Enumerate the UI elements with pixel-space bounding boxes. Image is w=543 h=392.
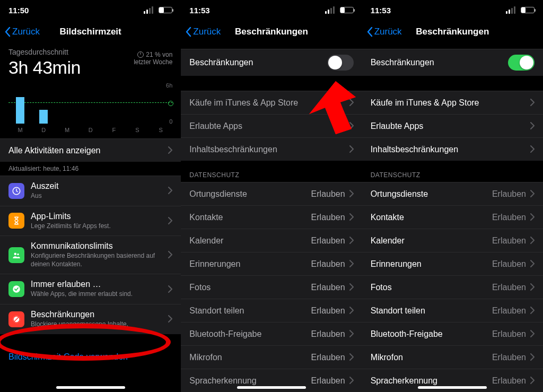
nav-header: Zurück Beschränkungen — [181, 20, 362, 43]
chevron-right-icon — [530, 143, 535, 155]
bar-tue — [39, 110, 48, 124]
chevron-right-icon — [349, 258, 354, 270]
row-allowed-apps[interactable]: Erlaubte Apps — [181, 114, 362, 137]
hourglass-icon — [8, 213, 24, 229]
signal-icon — [506, 6, 515, 14]
status-time: 11:50 — [8, 6, 29, 15]
nav-header: Zurück Beschränkungen — [362, 20, 543, 43]
chevron-right-icon — [349, 328, 354, 340]
section-privacy: Datenschutz — [181, 161, 362, 182]
row-communication-limits[interactable]: Kommunikationslimits Konfiguriere Beschr… — [0, 236, 181, 274]
row-calendar[interactable]: KalenderErlauben — [362, 229, 543, 252]
delta-box: 21 % von letzter Woche — [134, 51, 172, 66]
row-bluetooth-sharing[interactable]: Bluetooth-FreigabeErlauben — [362, 322, 543, 345]
chevron-right-icon — [168, 185, 172, 197]
row-itunes-purchases[interactable]: Käufe im iTunes & App Store — [181, 91, 362, 114]
status-bar: 11:53 — [362, 0, 543, 20]
chevron-right-icon — [530, 304, 535, 317]
chevron-right-icon — [530, 97, 535, 109]
row-share-location[interactable]: Standort teilenErlauben — [362, 299, 543, 322]
all-activities-row[interactable]: Alle Aktivitäten anzeigen — [0, 138, 181, 162]
row-share-location[interactable]: Standort teilenErlauben — [181, 299, 362, 322]
home-indicator[interactable] — [56, 386, 125, 389]
chevron-right-icon — [349, 304, 354, 317]
row-content-restrictions[interactable]: Inhaltsbeschränkungen — [181, 137, 362, 161]
checkmark-icon — [8, 281, 24, 297]
screen-restrictions-off: 11:53 Zurück Beschränkungen Beschränkung… — [181, 0, 362, 392]
chevron-left-icon — [4, 27, 11, 37]
status-time: 11:53 — [371, 6, 391, 15]
row-contacts[interactable]: KontakteErlauben — [181, 205, 362, 229]
row-reminders[interactable]: ErinnerungenErlauben — [362, 252, 543, 275]
chevron-right-icon — [168, 144, 172, 156]
restrictions-toggle[interactable] — [327, 55, 354, 71]
back-label: Zurück — [374, 27, 402, 37]
screen-restrictions-on: 11:53 Zurück Beschränkungen Beschränkung… — [362, 0, 543, 392]
chevron-right-icon — [530, 234, 535, 247]
chevron-right-icon — [349, 188, 354, 200]
usage-chart[interactable]: 6h 0 MDMDFSS — [8, 83, 172, 133]
row-photos[interactable]: FotosErlauben — [181, 275, 362, 299]
chevron-right-icon — [530, 188, 535, 200]
chevron-left-icon — [366, 27, 373, 37]
row-microphone[interactable]: MikrofonErlauben — [362, 345, 543, 369]
home-indicator[interactable] — [418, 386, 487, 389]
clock-icon — [137, 51, 144, 58]
chevron-right-icon — [349, 234, 354, 247]
chevron-left-icon — [185, 27, 191, 37]
signal-icon — [144, 6, 153, 14]
chevron-right-icon — [349, 120, 354, 132]
x-axis: MDMDFSS — [8, 127, 172, 133]
row-calendar[interactable]: KalenderErlauben — [181, 229, 362, 252]
use-code-link[interactable]: Bildschirmzeit-Code verwenden — [0, 345, 181, 369]
chevron-right-icon — [168, 283, 172, 295]
row-always-allowed[interactable]: Immer erlauben … Wähle Apps, die immer e… — [0, 274, 181, 304]
row-location-services[interactable]: OrtungsdiensteErlauben — [181, 182, 362, 205]
row-content-restrictions[interactable]: Inhaltsbeschränkungen — [362, 137, 543, 161]
back-button[interactable]: Zurück — [366, 27, 402, 37]
row-location-services[interactable]: OrtungsdiensteErlauben — [362, 182, 543, 205]
bar-mon — [16, 97, 24, 124]
chevron-right-icon — [530, 120, 535, 132]
restrictions-toggle[interactable] — [508, 55, 535, 71]
updated-label: Aktualisiert: heute, 11:46 — [0, 162, 181, 176]
chevron-right-icon — [349, 143, 354, 155]
row-auszeit[interactable]: Auszeit Aus — [0, 176, 181, 206]
chevron-right-icon — [349, 211, 354, 223]
chevron-right-icon — [349, 351, 354, 363]
chevron-right-icon — [349, 281, 354, 293]
svg-point-2 — [17, 254, 19, 255]
battery-icon — [159, 7, 172, 13]
back-label: Zurück — [193, 27, 221, 37]
nav-header: Zurück Bildschirmzeit — [0, 20, 181, 43]
row-reminders[interactable]: ErinnerungenErlauben — [181, 252, 362, 275]
status-bar: 11:53 — [181, 0, 362, 20]
no-entry-icon — [8, 311, 24, 327]
back-label: Zurück — [12, 27, 40, 37]
signal-icon — [325, 6, 335, 14]
chevron-right-icon — [168, 313, 172, 325]
battery-icon — [521, 7, 535, 13]
back-button[interactable]: Zurück — [185, 27, 221, 37]
row-itunes-purchases[interactable]: Käufe im iTunes & App Store — [362, 91, 543, 114]
row-microphone[interactable]: MikrofonErlauben — [181, 345, 362, 369]
chevron-right-icon — [168, 215, 172, 227]
row-bluetooth-sharing[interactable]: Bluetooth-FreigabeErlauben — [181, 322, 362, 345]
status-time: 11:53 — [189, 6, 209, 15]
row-photos[interactable]: FotosErlauben — [362, 275, 543, 299]
restrictions-toggle-row[interactable]: Beschränkungen — [362, 49, 543, 76]
chevron-right-icon — [168, 249, 172, 261]
status-bar: 11:50 — [0, 0, 181, 20]
screen-bildschirmzeit: 11:50 Zurück Bildschirmzeit Tagesdurchsc… — [0, 0, 181, 392]
chevron-right-icon — [349, 97, 354, 109]
back-button[interactable]: Zurück — [4, 27, 40, 37]
home-indicator[interactable] — [237, 386, 306, 389]
chevron-right-icon — [530, 258, 535, 270]
row-contacts[interactable]: KontakteErlauben — [362, 205, 543, 229]
chevron-right-icon — [530, 211, 535, 223]
restrictions-toggle-row[interactable]: Beschränkungen — [181, 49, 362, 76]
row-allowed-apps[interactable]: Erlaubte Apps — [362, 114, 543, 137]
row-app-limits[interactable]: App-Limits Lege Zeitlimits für Apps fest… — [0, 206, 181, 236]
row-restrictions[interactable]: Beschränkungen Blockiere unangemessene I… — [0, 304, 181, 334]
chevron-right-icon — [349, 374, 354, 387]
